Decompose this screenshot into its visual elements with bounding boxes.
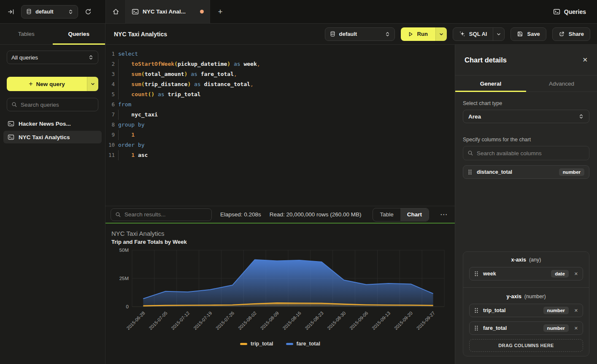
top-bar: default NYC Taxi Anal... + Queries — [0, 0, 597, 24]
editor-line: 6from — [105, 100, 455, 110]
editor-line: 8group by — [105, 120, 455, 130]
chevron-updown-icon — [578, 113, 584, 119]
available-column-distance-total[interactable]: distance_total number — [463, 165, 589, 179]
legend-trip-total[interactable]: trip_total — [240, 341, 273, 347]
view-toggle-table[interactable]: Table — [373, 208, 400, 221]
drag-handle-icon[interactable] — [474, 307, 478, 313]
search-columns-input[interactable] — [477, 150, 585, 156]
svg-text:0: 0 — [126, 304, 129, 309]
remove-column-icon[interactable]: ✕ — [574, 326, 578, 331]
view-toggle-chart[interactable]: Chart — [400, 208, 429, 221]
database-selector[interactable]: default — [21, 5, 78, 19]
editor-line: 4 sum(trip_distance) as distance_total, — [105, 79, 455, 89]
query-list-item-label: Hacker News Pos... — [19, 121, 71, 127]
toolbar-database-selector[interactable]: default — [325, 27, 395, 41]
share-icon — [559, 31, 565, 37]
sidebar-tabs: Tables Queries — [0, 24, 105, 45]
more-options-icon[interactable]: ⋯ — [438, 210, 450, 219]
sql-ai-label: SQL AI — [469, 31, 487, 37]
svg-text:25M: 25M — [119, 276, 129, 281]
remove-column-icon[interactable]: ✕ — [574, 271, 578, 277]
chart-panel: NYC Taxi Analytics Trip and Fare Totals … — [105, 224, 455, 364]
chart-type-value: Area — [468, 113, 578, 120]
plus-icon: + — [29, 80, 32, 88]
console-icon — [8, 120, 14, 127]
query-list-item-selected[interactable]: NYC Taxi Analytics — [3, 131, 102, 143]
toolbar-database-value: default — [339, 31, 381, 37]
svg-text:2015-07-26: 2015-07-26 — [215, 310, 235, 331]
legend-swatch-yellow — [240, 343, 247, 345]
column-name: week — [483, 271, 546, 277]
home-tab[interactable] — [106, 0, 126, 23]
sidebar-tab-tables[interactable]: Tables — [0, 24, 53, 44]
svg-text:2015-07-05: 2015-07-05 — [148, 310, 168, 331]
legend-label: trip_total — [251, 341, 273, 347]
run-button[interactable]: Run — [401, 27, 447, 41]
chevron-updown-icon — [385, 31, 390, 37]
new-query-button[interactable]: + New query — [7, 77, 98, 91]
x-axis-label: x-axis — [511, 257, 526, 263]
svg-text:2015-09-27: 2015-09-27 — [416, 310, 436, 331]
legend-fare-total[interactable]: fare_total — [286, 341, 320, 347]
search-icon — [115, 212, 121, 218]
database-icon — [330, 31, 336, 37]
new-query-dropdown[interactable] — [87, 77, 98, 91]
columns-label: Specify columns for the chart — [463, 137, 589, 143]
chart-type-label: Select chart type — [463, 100, 589, 106]
editor-line: 7 nyc_taxi — [105, 110, 455, 120]
tab-nyc-taxi-analytics[interactable]: NYC Taxi Anal... — [126, 0, 210, 23]
refresh-icon[interactable] — [85, 8, 92, 15]
sql-ai-button[interactable]: SQL AI — [453, 27, 505, 41]
save-icon — [517, 31, 523, 37]
sql-editor[interactable]: 1select2 toStartOfWeek(pickup_datetime) … — [105, 45, 455, 206]
rows-read: Read: 20,000,000 rows (260.00 MB) — [270, 211, 362, 218]
svg-text:2015-09-13: 2015-09-13 — [371, 310, 391, 331]
queries-filter-select[interactable]: All queries — [7, 51, 98, 64]
run-button-label: Run — [417, 31, 428, 37]
svg-text:2015-08-23: 2015-08-23 — [304, 310, 324, 331]
drag-handle-icon[interactable] — [468, 169, 472, 175]
view-toggle: Table Chart — [373, 208, 429, 221]
y-axis-hint: (number) — [524, 294, 546, 299]
tab-general[interactable]: General — [455, 75, 526, 92]
new-query-label: New query — [36, 81, 65, 87]
save-button[interactable]: Save — [511, 27, 546, 41]
close-icon[interactable]: ✕ — [582, 56, 588, 64]
console-icon — [132, 8, 139, 15]
search-results-input[interactable] — [124, 211, 207, 218]
new-tab-button[interactable]: + — [210, 0, 230, 23]
column-type-badge: number — [543, 307, 569, 314]
search-icon — [467, 150, 473, 156]
editor-line: 11 1 asc — [105, 150, 455, 160]
unsaved-dot — [200, 10, 204, 13]
query-list-item-label: NYC Taxi Analytics — [19, 134, 70, 140]
x-axis-column-week[interactable]: week date ✕ — [469, 267, 583, 280]
y-axis-column-fare-total[interactable]: fare_total number ✕ — [469, 321, 583, 335]
queries-button[interactable]: Queries — [553, 0, 597, 23]
editor-line: 2 toStartOfWeek(pickup_datetime) as week… — [105, 59, 455, 69]
query-list-item[interactable]: Hacker News Pos... — [3, 117, 102, 130]
drag-handle-icon[interactable] — [474, 325, 478, 331]
collapse-sidebar-icon[interactable] — [8, 8, 14, 15]
home-icon — [112, 8, 119, 15]
sql-ai-dropdown[interactable] — [493, 28, 504, 40]
drag-columns-dropzone[interactable]: DRAG COLUMNS HERE — [469, 339, 583, 352]
sidebar-tab-queries[interactable]: Queries — [53, 24, 105, 44]
play-icon — [408, 31, 413, 37]
results-bar: Elapsed: 0.208s Read: 20,000,000 rows (2… — [105, 206, 455, 224]
chart-type-select[interactable]: Area — [463, 110, 589, 123]
queries-button-label: Queries — [564, 8, 586, 15]
tab-advanced[interactable]: Advanced — [526, 75, 597, 92]
run-options-dropdown[interactable] — [435, 27, 447, 41]
column-name: distance_total — [477, 169, 554, 175]
svg-text:2015-09-20: 2015-09-20 — [393, 310, 413, 331]
chart-subtitle: Trip and Fare Totals by Week — [111, 239, 187, 245]
editor-line: 5 count() as trip_total — [105, 89, 455, 100]
search-queries-input[interactable] — [21, 102, 94, 108]
drag-handle-icon[interactable] — [474, 271, 478, 277]
database-icon — [26, 8, 32, 15]
remove-column-icon[interactable]: ✕ — [574, 308, 578, 313]
y-axis-column-trip-total[interactable]: trip_total number ✕ — [469, 304, 583, 317]
y-axis-label: y-axis — [506, 294, 521, 299]
share-button[interactable]: Share — [552, 27, 590, 41]
